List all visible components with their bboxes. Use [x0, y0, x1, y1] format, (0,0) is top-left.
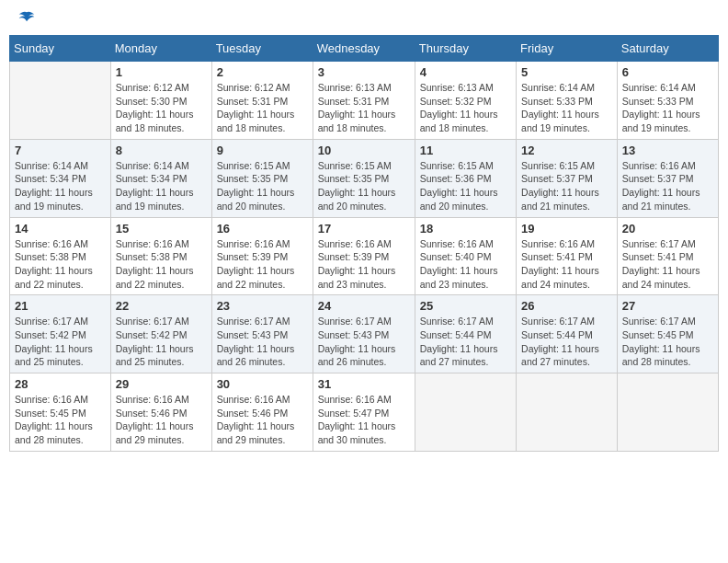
weekday-header-row: SundayMondayTuesdayWednesdayThursdayFrid…	[10, 36, 719, 62]
day-info: Sunrise: 6:17 AM Sunset: 5:44 PM Dayligh…	[420, 315, 511, 369]
calendar-week-row: 1Sunrise: 6:12 AM Sunset: 5:30 PM Daylig…	[10, 62, 719, 140]
day-number: 16	[217, 222, 308, 236]
day-info: Sunrise: 6:16 AM Sunset: 5:39 PM Dayligh…	[318, 237, 410, 292]
day-info: Sunrise: 6:14 AM Sunset: 5:34 PM Dayligh…	[15, 159, 106, 213]
calendar-cell: 7Sunrise: 6:14 AM Sunset: 5:34 PM Daylig…	[10, 139, 111, 217]
day-info: Sunrise: 6:17 AM Sunset: 5:43 PM Dayligh…	[217, 315, 308, 369]
day-info: Sunrise: 6:15 AM Sunset: 5:35 PM Dayligh…	[217, 159, 308, 213]
day-info: Sunrise: 6:17 AM Sunset: 5:45 PM Dayligh…	[622, 315, 713, 369]
day-info: Sunrise: 6:15 AM Sunset: 5:37 PM Dayligh…	[521, 159, 612, 213]
day-number: 10	[318, 144, 410, 157]
calendar-cell: 1Sunrise: 6:12 AM Sunset: 5:30 PM Daylig…	[110, 62, 211, 140]
calendar-cell: 12Sunrise: 6:15 AM Sunset: 5:37 PM Dayli…	[517, 139, 618, 217]
day-info: Sunrise: 6:15 AM Sunset: 5:35 PM Dayligh…	[318, 159, 410, 213]
day-info: Sunrise: 6:16 AM Sunset: 5:38 PM Dayligh…	[15, 237, 106, 292]
day-info: Sunrise: 6:16 AM Sunset: 5:38 PM Dayligh…	[116, 237, 207, 292]
calendar-cell	[517, 373, 618, 452]
weekday-header-wednesday: Wednesday	[313, 36, 415, 62]
calendar-cell: 24Sunrise: 6:17 AM Sunset: 5:43 PM Dayli…	[313, 295, 415, 373]
calendar-week-row: 21Sunrise: 6:17 AM Sunset: 5:42 PM Dayli…	[10, 295, 719, 373]
day-info: Sunrise: 6:17 AM Sunset: 5:42 PM Dayligh…	[116, 315, 207, 369]
calendar-cell: 16Sunrise: 6:16 AM Sunset: 5:39 PM Dayli…	[211, 217, 313, 295]
day-info: Sunrise: 6:16 AM Sunset: 5:41 PM Dayligh…	[521, 237, 612, 292]
calendar-week-row: 7Sunrise: 6:14 AM Sunset: 5:34 PM Daylig…	[10, 139, 719, 217]
day-info: Sunrise: 6:16 AM Sunset: 5:37 PM Dayligh…	[622, 159, 713, 213]
calendar-cell: 8Sunrise: 6:14 AM Sunset: 5:34 PM Daylig…	[110, 139, 211, 217]
day-number: 4	[420, 65, 511, 79]
day-info: Sunrise: 6:16 AM Sunset: 5:40 PM Dayligh…	[420, 237, 511, 292]
logo-bird-icon	[17, 9, 36, 28]
weekday-header-monday: Monday	[110, 36, 211, 62]
day-info: Sunrise: 6:17 AM Sunset: 5:41 PM Dayligh…	[622, 237, 713, 292]
day-info: Sunrise: 6:16 AM Sunset: 5:39 PM Dayligh…	[217, 237, 308, 292]
page-header	[9, 9, 719, 28]
day-info: Sunrise: 6:16 AM Sunset: 5:46 PM Dayligh…	[217, 393, 308, 447]
day-number: 9	[217, 144, 308, 157]
day-number: 1	[116, 65, 207, 79]
day-number: 27	[622, 299, 713, 313]
day-number: 28	[15, 377, 106, 391]
day-number: 31	[318, 377, 410, 391]
day-number: 12	[521, 144, 612, 157]
day-info: Sunrise: 6:16 AM Sunset: 5:46 PM Dayligh…	[116, 393, 207, 447]
day-number: 11	[420, 144, 511, 157]
day-number: 30	[217, 377, 308, 391]
calendar-cell: 9Sunrise: 6:15 AM Sunset: 5:35 PM Daylig…	[211, 139, 313, 217]
day-info: Sunrise: 6:17 AM Sunset: 5:43 PM Dayligh…	[318, 315, 410, 369]
calendar-cell: 21Sunrise: 6:17 AM Sunset: 5:42 PM Dayli…	[10, 295, 111, 373]
day-number: 13	[622, 144, 713, 157]
day-info: Sunrise: 6:14 AM Sunset: 5:34 PM Dayligh…	[116, 159, 207, 213]
calendar-cell: 29Sunrise: 6:16 AM Sunset: 5:46 PM Dayli…	[110, 373, 211, 452]
day-number: 15	[116, 222, 207, 236]
day-number: 25	[420, 299, 511, 313]
day-number: 8	[116, 144, 207, 157]
day-number: 2	[217, 65, 308, 79]
calendar-cell: 6Sunrise: 6:14 AM Sunset: 5:33 PM Daylig…	[617, 62, 718, 140]
calendar-cell	[617, 373, 718, 452]
calendar-cell: 5Sunrise: 6:14 AM Sunset: 5:33 PM Daylig…	[517, 62, 618, 140]
day-number: 20	[622, 222, 713, 236]
weekday-header-saturday: Saturday	[617, 36, 718, 62]
calendar-cell: 25Sunrise: 6:17 AM Sunset: 5:44 PM Dayli…	[415, 295, 516, 373]
weekday-header-thursday: Thursday	[415, 36, 516, 62]
day-info: Sunrise: 6:15 AM Sunset: 5:36 PM Dayligh…	[420, 159, 511, 213]
calendar-cell	[10, 62, 111, 140]
calendar-week-row: 28Sunrise: 6:16 AM Sunset: 5:45 PM Dayli…	[10, 373, 719, 452]
day-number: 24	[318, 299, 410, 313]
day-info: Sunrise: 6:17 AM Sunset: 5:44 PM Dayligh…	[521, 315, 612, 369]
day-info: Sunrise: 6:12 AM Sunset: 5:30 PM Dayligh…	[116, 81, 207, 135]
calendar-cell: 30Sunrise: 6:16 AM Sunset: 5:46 PM Dayli…	[211, 373, 313, 452]
day-number: 18	[420, 222, 511, 236]
calendar-cell	[415, 373, 516, 452]
day-info: Sunrise: 6:14 AM Sunset: 5:33 PM Dayligh…	[622, 81, 713, 135]
calendar-cell: 20Sunrise: 6:17 AM Sunset: 5:41 PM Dayli…	[617, 217, 718, 295]
day-number: 5	[521, 65, 612, 79]
day-number: 22	[116, 299, 207, 313]
day-number: 17	[318, 222, 410, 236]
day-number: 29	[116, 377, 207, 391]
day-number: 14	[15, 222, 106, 236]
day-info: Sunrise: 6:16 AM Sunset: 5:45 PM Dayligh…	[15, 393, 106, 447]
calendar-cell: 27Sunrise: 6:17 AM Sunset: 5:45 PM Dayli…	[617, 295, 718, 373]
weekday-header-tuesday: Tuesday	[211, 36, 313, 62]
calendar-cell: 28Sunrise: 6:16 AM Sunset: 5:45 PM Dayli…	[10, 373, 111, 452]
calendar-cell: 22Sunrise: 6:17 AM Sunset: 5:42 PM Dayli…	[110, 295, 211, 373]
calendar-cell: 31Sunrise: 6:16 AM Sunset: 5:47 PM Dayli…	[313, 373, 415, 452]
calendar-cell: 26Sunrise: 6:17 AM Sunset: 5:44 PM Dayli…	[517, 295, 618, 373]
day-info: Sunrise: 6:16 AM Sunset: 5:47 PM Dayligh…	[318, 393, 410, 447]
day-number: 7	[15, 144, 106, 157]
day-number: 19	[521, 222, 612, 236]
day-info: Sunrise: 6:13 AM Sunset: 5:31 PM Dayligh…	[318, 81, 410, 135]
calendar-cell: 14Sunrise: 6:16 AM Sunset: 5:38 PM Dayli…	[10, 217, 111, 295]
day-number: 3	[318, 65, 410, 79]
day-number: 6	[622, 65, 713, 79]
day-info: Sunrise: 6:13 AM Sunset: 5:32 PM Dayligh…	[420, 81, 511, 135]
day-number: 21	[15, 299, 106, 313]
day-info: Sunrise: 6:12 AM Sunset: 5:31 PM Dayligh…	[217, 81, 308, 135]
calendar-cell: 3Sunrise: 6:13 AM Sunset: 5:31 PM Daylig…	[313, 62, 415, 140]
calendar-table: SundayMondayTuesdayWednesdayThursdayFrid…	[9, 35, 719, 452]
calendar-cell: 23Sunrise: 6:17 AM Sunset: 5:43 PM Dayli…	[211, 295, 313, 373]
calendar-cell: 18Sunrise: 6:16 AM Sunset: 5:40 PM Dayli…	[415, 217, 516, 295]
calendar-cell: 19Sunrise: 6:16 AM Sunset: 5:41 PM Dayli…	[517, 217, 618, 295]
logo	[13, 9, 36, 28]
